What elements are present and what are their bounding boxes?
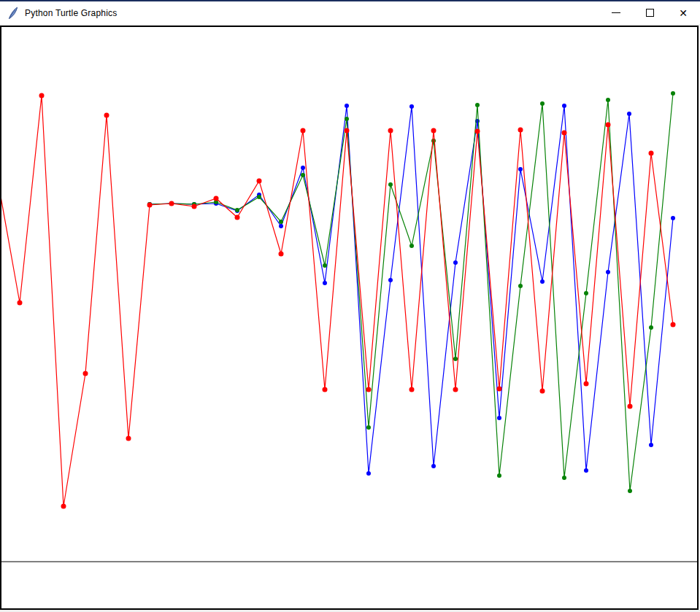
red-series-marker [453,387,458,392]
red-series-marker [562,131,567,136]
turtle-canvas [0,26,699,610]
red-series-marker [345,128,350,133]
red-series-marker [540,389,545,394]
title-bar: Python Turtle Graphics ✕ [0,1,700,24]
red-series-marker [388,128,393,133]
blue-series-marker [345,104,349,108]
blue-series-marker [540,279,545,284]
blue-series-marker [562,104,566,108]
green-series-marker [584,291,588,295]
blue-series-marker [431,464,436,468]
blue-series-marker [671,216,675,220]
python-feather-icon [7,7,19,20]
blue-series-marker [301,166,305,170]
red-series-marker [192,204,197,209]
blue-series-marker [409,104,414,109]
blue-series-marker [584,468,588,473]
green-series-marker [366,425,371,430]
turtle-canvas-svg [1,27,697,608]
red-series-marker [323,387,328,392]
close-icon: ✕ [679,8,688,18]
green-series-marker [235,208,239,212]
blue-series-marker [627,112,631,116]
red-series-marker [104,113,109,118]
blue-series-marker [518,167,523,171]
green-series-marker [649,325,653,330]
window-controls: ✕ [599,1,700,24]
blue-series-marker [497,416,501,420]
red-series-marker [169,201,174,206]
red-series-marker [61,504,66,509]
green-series-marker [453,357,458,361]
red-series-marker [39,93,45,98]
green-series-line [150,93,673,491]
red-series-line [1,96,673,506]
red-series-marker [126,436,131,441]
blue-series-marker [388,278,393,282]
green-series-marker [388,182,393,187]
close-button[interactable]: ✕ [666,1,700,24]
red-series-marker [18,301,23,306]
green-series-marker [279,220,283,224]
green-series-marker [497,473,501,478]
blue-series-marker [453,260,458,265]
red-series-marker [649,151,654,156]
turtle-window: Python Turtle Graphics ✕ [0,0,700,612]
green-series-marker [431,139,436,143]
blue-series-marker [279,224,283,228]
red-series-marker [497,387,502,392]
red-series-marker [279,252,284,257]
red-series-marker [628,404,633,409]
red-series-marker [606,123,611,128]
green-series-marker [323,263,327,268]
green-series-marker [409,244,414,248]
red-series-marker [257,179,262,184]
minimize-icon [612,12,620,13]
maximize-icon [646,9,654,17]
red-series-marker [671,322,676,328]
green-series-marker [671,91,675,96]
red-series-marker [366,387,372,392]
blue-series-marker [606,270,610,274]
green-series-marker [606,98,610,102]
maximize-button[interactable] [633,1,666,24]
red-series-marker [475,129,480,134]
red-series-marker [214,196,219,201]
green-series-marker [540,101,545,106]
green-series-marker [257,195,261,199]
red-series-marker [518,128,523,133]
green-series-marker [562,476,566,480]
green-series-marker [518,284,523,288]
red-series-marker [147,203,153,208]
red-series-marker [409,387,415,392]
red-series-marker [431,128,436,133]
green-series-marker [301,173,305,177]
red-series-marker [584,381,589,387]
window-title: Python Turtle Graphics [25,8,117,18]
red-series-marker [235,215,240,220]
minimize-button[interactable] [599,1,633,24]
blue-series-marker [323,281,327,285]
green-series-marker [475,103,480,107]
blue-series-marker [366,471,371,476]
green-series-marker [628,489,632,493]
red-series-marker [301,128,306,133]
red-series-marker [83,371,88,376]
green-series-marker [345,117,349,121]
blue-series-marker [649,443,653,447]
